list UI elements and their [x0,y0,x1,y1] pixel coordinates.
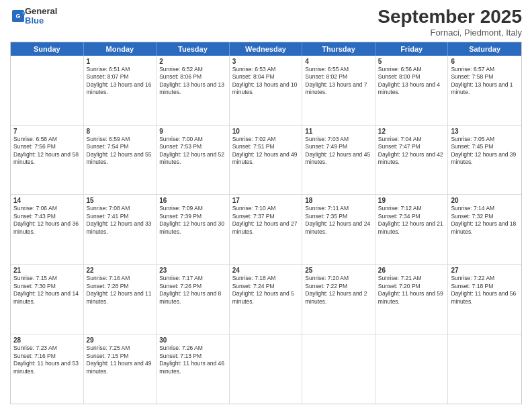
day-cell-4: 4Sunrise: 6:55 AM Sunset: 8:02 PM Daylig… [302,56,375,125]
day-details: Sunrise: 6:56 AM Sunset: 8:00 PM Dayligh… [378,66,445,97]
day-cell-12: 12Sunrise: 7:04 AM Sunset: 7:47 PM Dayli… [375,126,449,195]
day-details: Sunrise: 7:11 AM Sunset: 7:35 PM Dayligh… [305,205,372,236]
day-number: 26 [378,267,445,274]
day-number: 30 [159,336,226,344]
day-details: Sunrise: 7:12 AM Sunset: 7:34 PM Dayligh… [378,205,445,236]
day-number: 25 [305,267,372,274]
day-cell-29: 29Sunrise: 7:25 AM Sunset: 7:15 PM Dayli… [84,334,157,404]
day-cell-30: 30Sunrise: 7:26 AM Sunset: 7:13 PM Dayli… [157,334,230,404]
day-number: 4 [305,58,372,65]
day-cell-19: 19Sunrise: 7:12 AM Sunset: 7:34 PM Dayli… [375,195,449,264]
day-details: Sunrise: 6:51 AM Sunset: 8:07 PM Dayligh… [87,66,154,97]
day-number: 28 [13,336,81,344]
logo-text: General Blue [25,7,57,26]
day-details: Sunrise: 7:15 AM Sunset: 7:30 PM Dayligh… [13,275,81,306]
header: G General Blue September 2025 Fornaci, P… [10,7,522,38]
day-cell-25: 25Sunrise: 7:20 AM Sunset: 7:22 PM Dayli… [302,265,375,334]
day-cell-20: 20Sunrise: 7:14 AM Sunset: 7:32 PM Dayli… [448,195,521,264]
day-cell-7: 7Sunrise: 6:58 AM Sunset: 7:56 PM Daylig… [11,126,84,195]
day-details: Sunrise: 7:16 AM Sunset: 7:28 PM Dayligh… [87,275,154,306]
day-details: Sunrise: 7:26 AM Sunset: 7:13 PM Dayligh… [159,345,226,375]
day-cell-2: 2Sunrise: 6:52 AM Sunset: 8:06 PM Daylig… [157,56,230,125]
day-number: 3 [232,58,300,65]
weekday-header-monday: Monday [84,42,157,56]
day-details: Sunrise: 7:09 AM Sunset: 7:39 PM Dayligh… [159,205,226,236]
day-number: 24 [232,267,300,274]
day-number: 8 [87,128,154,135]
day-cell-6: 6Sunrise: 6:57 AM Sunset: 7:58 PM Daylig… [448,56,521,125]
day-details: Sunrise: 7:08 AM Sunset: 7:41 PM Dayligh… [87,205,154,236]
day-number: 19 [378,197,445,204]
day-details: Sunrise: 6:58 AM Sunset: 7:56 PM Dayligh… [13,136,81,167]
weekday-header-friday: Friday [375,42,449,56]
day-details: Sunrise: 7:06 AM Sunset: 7:43 PM Dayligh… [13,205,81,236]
calendar-header: SundayMondayTuesdayWednesdayThursdayFrid… [11,42,521,56]
day-details: Sunrise: 7:03 AM Sunset: 7:49 PM Dayligh… [305,136,372,167]
day-number: 23 [159,267,226,274]
day-cell-13: 13Sunrise: 7:05 AM Sunset: 7:45 PM Dayli… [448,126,521,195]
day-number: 29 [87,336,154,344]
logo-icon: G [11,9,25,23]
day-cell-18: 18Sunrise: 7:11 AM Sunset: 7:35 PM Dayli… [302,195,375,264]
weekday-header-sunday: Sunday [11,42,84,56]
day-number: 2 [159,58,226,65]
day-number: 6 [451,58,519,65]
day-details: Sunrise: 7:25 AM Sunset: 7:15 PM Dayligh… [87,345,154,375]
day-details: Sunrise: 7:05 AM Sunset: 7:45 PM Dayligh… [451,136,519,167]
logo: G General Blue [10,7,57,26]
day-cell-21: 21Sunrise: 7:15 AM Sunset: 7:30 PM Dayli… [11,265,84,334]
day-details: Sunrise: 7:10 AM Sunset: 7:37 PM Dayligh… [232,205,300,236]
day-details: Sunrise: 6:55 AM Sunset: 8:02 PM Dayligh… [305,66,372,97]
day-cell-empty [448,334,521,404]
day-number: 7 [13,128,81,135]
day-details: Sunrise: 7:00 AM Sunset: 7:53 PM Dayligh… [159,136,226,167]
day-cell-28: 28Sunrise: 7:23 AM Sunset: 7:16 PM Dayli… [11,334,84,404]
day-details: Sunrise: 7:21 AM Sunset: 7:20 PM Dayligh… [378,275,445,306]
day-cell-empty [375,334,449,404]
day-cell-27: 27Sunrise: 7:22 AM Sunset: 7:18 PM Dayli… [448,265,521,334]
day-details: Sunrise: 7:18 AM Sunset: 7:24 PM Dayligh… [232,275,300,306]
day-cell-17: 17Sunrise: 7:10 AM Sunset: 7:37 PM Dayli… [230,195,303,264]
day-number: 17 [232,197,300,204]
day-details: Sunrise: 7:17 AM Sunset: 7:26 PM Dayligh… [159,275,226,306]
day-cell-empty [11,56,84,125]
weekday-header-thursday: Thursday [302,42,375,56]
logo-general: General [25,7,57,16]
day-cell-14: 14Sunrise: 7:06 AM Sunset: 7:43 PM Dayli… [11,195,84,264]
day-cell-11: 11Sunrise: 7:03 AM Sunset: 7:49 PM Dayli… [302,126,375,195]
day-cell-23: 23Sunrise: 7:17 AM Sunset: 7:26 PM Dayli… [157,265,230,334]
month-title: September 2025 [378,7,522,28]
page: G General Blue September 2025 Fornaci, P… [0,0,532,411]
calendar-body: 1Sunrise: 6:51 AM Sunset: 8:07 PM Daylig… [11,56,521,404]
day-number: 21 [13,267,81,274]
day-cell-10: 10Sunrise: 7:02 AM Sunset: 7:51 PM Dayli… [230,126,303,195]
location-subtitle: Fornaci, Piedmont, Italy [378,28,522,38]
day-number: 12 [378,128,445,135]
day-number: 15 [87,197,154,204]
calendar: SundayMondayTuesdayWednesdayThursdayFrid… [10,42,522,404]
day-cell-1: 1Sunrise: 6:51 AM Sunset: 8:07 PM Daylig… [84,56,157,125]
day-details: Sunrise: 7:23 AM Sunset: 7:16 PM Dayligh… [13,345,81,375]
day-details: Sunrise: 7:02 AM Sunset: 7:51 PM Dayligh… [232,136,300,167]
day-number: 27 [451,267,519,274]
calendar-week-2: 7Sunrise: 6:58 AM Sunset: 7:56 PM Daylig… [11,126,521,195]
day-cell-22: 22Sunrise: 7:16 AM Sunset: 7:28 PM Dayli… [84,265,157,334]
day-cell-16: 16Sunrise: 7:09 AM Sunset: 7:39 PM Dayli… [157,195,230,264]
day-cell-5: 5Sunrise: 6:56 AM Sunset: 8:00 PM Daylig… [375,56,449,125]
title-block: September 2025 Fornaci, Piedmont, Italy [378,7,522,38]
calendar-week-5: 28Sunrise: 7:23 AM Sunset: 7:16 PM Dayli… [11,334,521,404]
day-details: Sunrise: 6:53 AM Sunset: 8:04 PM Dayligh… [232,66,300,97]
calendar-week-1: 1Sunrise: 6:51 AM Sunset: 8:07 PM Daylig… [11,56,521,126]
day-number: 10 [232,128,300,135]
day-number: 1 [87,58,154,65]
day-number: 13 [451,128,519,135]
day-cell-3: 3Sunrise: 6:53 AM Sunset: 8:04 PM Daylig… [230,56,303,125]
day-cell-9: 9Sunrise: 7:00 AM Sunset: 7:53 PM Daylig… [157,126,230,195]
calendar-week-4: 21Sunrise: 7:15 AM Sunset: 7:30 PM Dayli… [11,265,521,334]
day-cell-15: 15Sunrise: 7:08 AM Sunset: 7:41 PM Dayli… [84,195,157,264]
svg-text:G: G [15,13,20,19]
day-number: 5 [378,58,445,65]
day-cell-24: 24Sunrise: 7:18 AM Sunset: 7:24 PM Dayli… [230,265,303,334]
day-number: 20 [451,197,519,204]
day-details: Sunrise: 6:52 AM Sunset: 8:06 PM Dayligh… [159,66,226,97]
